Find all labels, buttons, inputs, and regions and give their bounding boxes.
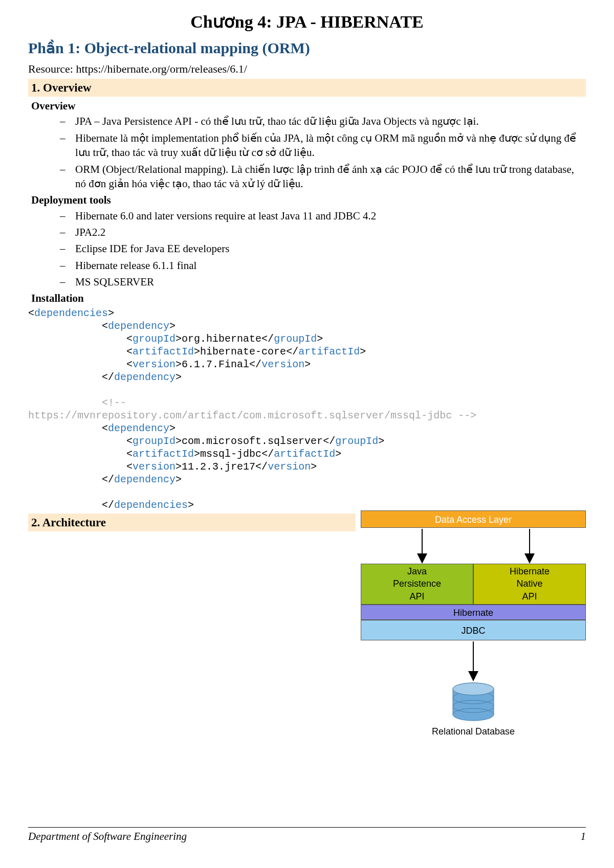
overview-subhead: Overview: [31, 99, 586, 113]
footer-page-number: 1: [581, 829, 586, 843]
resource-line: Resource: https://hibernate.org/orm/rele…: [28, 61, 586, 77]
code-block: <dependencies> <dependency> <groupId>org…: [28, 307, 586, 511]
arrows-down-icon: [361, 528, 586, 564]
resource-label: Resource:: [28, 62, 76, 75]
arrow-down-icon: [361, 640, 586, 681]
overview-list: JPA – Java Persistence API - có thể lưu …: [28, 114, 586, 191]
resource-url[interactable]: https://hibernate.org/orm/releases/6.1/: [76, 62, 247, 75]
list-item: Hibernate là một implementation phổ biến…: [60, 131, 586, 160]
section-overview-head: 1. Overview: [28, 79, 586, 97]
deploy-subhead: Deployment tools: [31, 193, 586, 207]
database-icon: [450, 681, 496, 722]
list-item: Eclipse IDE for Java EE developers: [60, 241, 586, 256]
list-item: MS SQLSERVER: [60, 275, 586, 289]
page-footer: Department of Software Engineering 1: [28, 827, 586, 843]
jdbc-box: JDBC: [361, 620, 586, 640]
doc-title: Chương 4: JPA - HIBERNATE: [28, 10, 586, 34]
list-item: Hibernate release 6.1.1 final: [60, 258, 586, 273]
hibernate-box: Hibernate: [361, 605, 586, 620]
dal-box: Data Access Layer: [361, 510, 586, 528]
svg-point-8: [453, 683, 494, 695]
db-label: Relational Database: [361, 725, 586, 738]
part-title: Phần 1: Object-relational mapping (ORM): [28, 38, 586, 59]
list-item: ORM (Object/Relational mapping). Là chiế…: [60, 162, 586, 191]
architecture-diagram: Data Access Layer Java Persistence API H…: [361, 510, 586, 738]
jpa-box: Java Persistence API: [361, 564, 473, 605]
install-subhead: Installation: [31, 291, 586, 305]
native-api-box: Hibernate Native API: [473, 564, 586, 605]
deploy-list: Hibernate 6.0 and later versions require…: [28, 209, 586, 290]
svg-point-5: [453, 708, 494, 721]
list-item: Hibernate 6.0 and later versions require…: [60, 209, 586, 223]
list-item: JPA – Java Persistence API - có thể lưu …: [60, 114, 586, 128]
footer-left: Department of Software Engineering: [28, 829, 187, 843]
section-architecture-head: 2. Architecture: [28, 514, 356, 531]
list-item: JPA2.2: [60, 225, 586, 239]
